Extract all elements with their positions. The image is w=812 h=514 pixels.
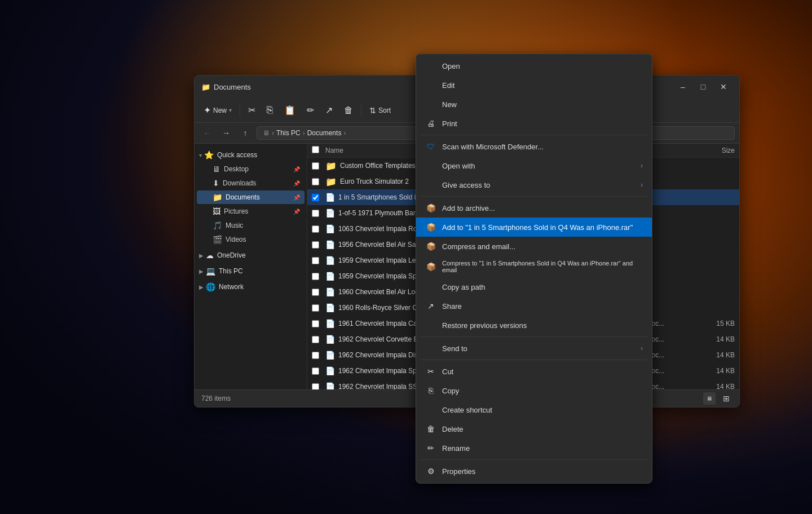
ctx-edit[interactable]: Edit <box>416 76 652 95</box>
file-check[interactable] <box>312 352 319 359</box>
ctx-copy[interactable]: ⎘ Copy <box>416 381 652 400</box>
list-view-button[interactable]: ≡ <box>703 392 716 405</box>
up-button[interactable]: ↑ <box>237 125 253 141</box>
file-checkbox <box>312 178 325 185</box>
path-documents[interactable]: Documents <box>307 129 342 137</box>
star-icon: ⭐ <box>204 150 214 159</box>
sidebar-quickaccess-header[interactable]: ▾ ⭐ Quick access <box>195 148 307 162</box>
forward-button[interactable]: → <box>218 125 234 141</box>
file-check[interactable] <box>312 162 319 170</box>
sidebar-item-videos[interactable]: 🎬 Videos <box>197 233 304 246</box>
ctx-cut[interactable]: ✂ Cut <box>416 362 652 381</box>
sort-label: Sort <box>378 107 391 114</box>
file-check[interactable] <box>312 178 319 185</box>
file-check[interactable] <box>312 210 319 217</box>
file-check[interactable] <box>312 273 319 280</box>
delete-ctx-icon: 🗑 <box>425 423 436 435</box>
file-checkbox <box>312 336 325 343</box>
ctx-print[interactable]: 🖨 Print <box>416 114 652 133</box>
grid-view-button[interactable]: ⊞ <box>720 392 732 405</box>
file-check[interactable] <box>312 225 319 233</box>
ctx-give-access[interactable]: Give access to › <box>416 175 652 194</box>
toolbar-divider-1 <box>240 104 240 117</box>
status-right: ≡ ⊞ <box>703 392 732 405</box>
path-thispc[interactable]: This PC <box>276 129 301 137</box>
file-check[interactable] <box>312 383 319 390</box>
ctx-copy-path[interactable]: Copy as path <box>416 277 652 296</box>
sidebar-item-downloads[interactable]: ⬇ Downloads 📌 <box>197 176 304 190</box>
file-check[interactable] <box>312 289 319 296</box>
ctx-open-with[interactable]: Open with › <box>416 156 652 175</box>
ctx-restore[interactable]: Restore previous versions <box>416 316 652 335</box>
ctx-compress-rar-email[interactable]: 📦 Compress to "1 in 5 Smartphones Sold i… <box>416 256 652 277</box>
doc-file-icon: 📄 <box>325 351 335 360</box>
sidebar-item-desktop[interactable]: 🖥 Desktop 📌 <box>197 162 304 176</box>
sidebar-thispc-header[interactable]: ▶ 💻 This PC <box>195 264 307 278</box>
ctx-add-rar[interactable]: 📦 Add to "1 in 5 Smartphones Sold in Q4 … <box>416 218 652 237</box>
file-check[interactable] <box>312 336 319 343</box>
file-size: 14 KB <box>690 335 735 343</box>
path-icon: 🖥 <box>263 129 270 137</box>
path-sep-1: › <box>272 129 274 137</box>
copy-button[interactable]: ⎘ <box>262 101 277 119</box>
sidebar-item-documents[interactable]: 📁 Documents 📌 <box>197 190 304 204</box>
paste-icon: 📋 <box>284 105 295 116</box>
sidebar-network-header[interactable]: ▶ 🌐 Network <box>195 280 307 294</box>
ctx-defender[interactable]: 🛡 Scan with Microsoft Defender... <box>416 137 652 156</box>
sort-button[interactable]: ⇅ Sort <box>365 103 395 118</box>
ctx-add-archive[interactable]: 📦 Add to archive... <box>416 198 652 218</box>
sendto-icon <box>425 343 436 354</box>
music-label: Music <box>226 221 243 229</box>
ctx-open[interactable]: Open <box>416 56 652 76</box>
sort-icon: ⇅ <box>369 106 376 115</box>
share-button[interactable]: ↗ <box>321 102 337 118</box>
documents-label: Documents <box>226 193 260 201</box>
documents-icon: 📁 <box>213 193 222 202</box>
file-check[interactable] <box>312 320 319 327</box>
maximize-button[interactable]: □ <box>694 80 712 94</box>
file-size: 14 KB <box>690 351 735 359</box>
ctx-properties[interactable]: ⚙ Properties <box>416 462 652 481</box>
rename-button[interactable]: ✏ <box>302 102 319 118</box>
ctx-share[interactable]: ↗ Share <box>416 296 652 316</box>
winrar-icon-1: 📦 <box>425 202 436 214</box>
ctx-send-to[interactable]: Send to › <box>416 339 652 358</box>
file-check[interactable] <box>312 257 319 264</box>
cut-ctx-icon: ✂ <box>425 366 436 377</box>
sidebar-onedrive-header[interactable]: ▶ ☁ OneDrive <box>195 249 307 262</box>
ctx-rename[interactable]: ✏ Rename <box>416 438 652 458</box>
window-title: Documents <box>214 83 251 91</box>
close-button[interactable]: ✕ <box>714 80 732 94</box>
ctx-compress-email[interactable]: 📦 Compress and email... <box>416 237 652 256</box>
file-check[interactable] <box>312 241 319 249</box>
sidebar-item-music[interactable]: 🎵 Music <box>197 219 304 232</box>
ctx-delete[interactable]: 🗑 Delete <box>416 419 652 438</box>
file-check[interactable] <box>312 367 319 375</box>
doc-file-icon: 📄 <box>325 319 335 328</box>
new-button[interactable]: ✦ New ▾ <box>199 102 236 118</box>
downloads-icon: ⬇ <box>213 179 219 188</box>
pictures-icon: 🖼 <box>213 207 220 216</box>
sidebar-item-pictures[interactable]: 🖼 Pictures 📌 <box>197 205 304 218</box>
file-checkbox <box>312 194 325 201</box>
ctx-new[interactable]: New <box>416 95 652 114</box>
sidebar: ▾ ⭐ Quick access 🖥 Desktop 📌 ⬇ Downloads… <box>195 144 307 389</box>
folder-file-icon: 📁 <box>325 161 337 171</box>
ctx-openwith-label: Open with <box>442 162 635 170</box>
ctx-create-shortcut[interactable]: Create shortcut <box>416 400 652 419</box>
doc-file-icon: 📄 <box>325 224 335 233</box>
ctx-compress-rar-email-label: Compress to "1 in 5 Smartphones Sold in … <box>442 260 643 273</box>
file-check[interactable] <box>312 194 319 201</box>
select-all-checkbox[interactable] <box>312 146 319 153</box>
minimize-button[interactable]: – <box>674 80 692 94</box>
header-size[interactable]: Size <box>690 147 735 154</box>
ctx-add-rar-label: Add to "1 in 5 Smartphones Sold in Q4 Wa… <box>442 223 643 232</box>
delete-button[interactable]: 🗑 <box>339 103 358 118</box>
back-button[interactable]: ← <box>199 125 215 141</box>
ctx-defender-label: Scan with Microsoft Defender... <box>442 143 643 151</box>
expand-arrow-network: ▶ <box>199 284 204 290</box>
cut-button[interactable]: ✂ <box>244 102 260 118</box>
file-check[interactable] <box>312 304 319 312</box>
paste-button[interactable]: 📋 <box>280 102 300 118</box>
folder-file-icon: 📁 <box>325 176 337 187</box>
